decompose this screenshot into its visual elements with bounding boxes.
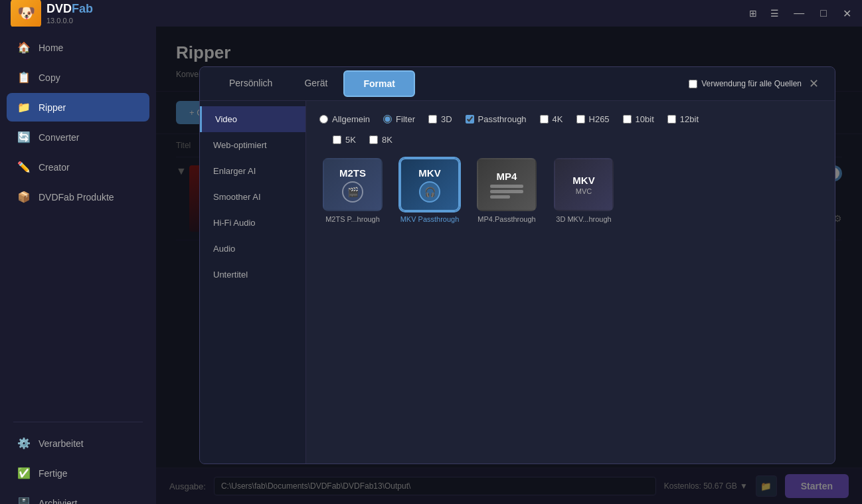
sidebar-item-fertige[interactable]: ✅ Fertige xyxy=(7,459,149,487)
checkbox-3d[interactable]: 3D xyxy=(428,114,452,124)
close-btn[interactable]: ✕ xyxy=(839,5,855,23)
checkbox-4k[interactable]: 4K xyxy=(540,114,563,124)
sidebar-item-label: Creator xyxy=(39,162,70,173)
format-card-icon-m2ts: M2TS 🎬 xyxy=(323,158,383,211)
format-cards: M2TS 🎬 M2TS P...hrough MKV 🎧 xyxy=(319,158,821,223)
sub-menu-web-optimiert[interactable]: Web-optimiert xyxy=(200,132,305,158)
format-card-label-m2ts: M2TS P...hrough xyxy=(325,215,380,223)
logo-text: DVDFab 13.0.0.0 xyxy=(46,2,93,25)
tab-device[interactable]: Gerät xyxy=(288,67,343,101)
tab-format[interactable]: Format xyxy=(343,70,414,97)
maximize-btn[interactable]: □ xyxy=(816,5,831,22)
sidebar-item-label: Converter xyxy=(39,132,79,143)
format-card-mp4[interactable]: MP4 MP4.Passthrough xyxy=(474,158,540,223)
sidebar-item-label: Home xyxy=(39,42,63,53)
sidebar-item-creator[interactable]: ✏️ Creator xyxy=(7,153,149,181)
sidebar-item-converter[interactable]: 🔄 Converter xyxy=(7,123,149,151)
sub-menu-smoother-ai[interactable]: Smoother AI xyxy=(200,184,305,210)
sub-menu-hifi-audio[interactable]: Hi-Fi Audio xyxy=(200,210,305,236)
creator-icon: ✏️ xyxy=(17,161,31,173)
sidebar-item-label: DVDFab Produkte xyxy=(39,192,114,203)
checkbox-h265[interactable]: H265 xyxy=(576,114,610,124)
film-icon: 🎬 xyxy=(347,187,359,197)
format-card-m2ts[interactable]: M2TS 🎬 M2TS P...hrough xyxy=(319,158,386,223)
fertige-icon: ✅ xyxy=(17,467,31,479)
sidebar-item-label: Fertige xyxy=(39,468,68,479)
format-card-label-mkv-mvc: 3D MKV...hrough xyxy=(556,215,611,223)
sidebar-item-copy[interactable]: 📋 Copy xyxy=(7,63,149,92)
format-card-mkv-mvc[interactable]: MKV MVC 3D MKV...hrough xyxy=(551,158,617,223)
sidebar-bottom-nav: ⚙️ Verarbeitet ✅ Fertige 🗄️ Archiviert xyxy=(0,429,156,504)
app-name: DVDFab xyxy=(46,2,93,17)
mkv-icon: 🎧 xyxy=(424,187,436,197)
settings-icon[interactable]: ⊞ xyxy=(746,5,760,21)
converter-icon: 🔄 xyxy=(17,131,31,143)
menu-icon[interactable]: ☰ xyxy=(768,5,782,21)
sidebar-divider xyxy=(13,422,143,422)
home-icon: 🏠 xyxy=(17,41,31,54)
sidebar-item-ripper[interactable]: 📁 Ripper xyxy=(7,93,149,122)
minimize-btn[interactable]: — xyxy=(790,5,808,22)
ripper-icon: 📁 xyxy=(17,101,31,114)
tab-personal[interactable]: Persönlich xyxy=(213,67,288,101)
format-card-label-mp4: MP4.Passthrough xyxy=(477,215,535,223)
dvdfab-icon: 📦 xyxy=(17,191,31,203)
titlebar: 🐶 DVDFab 13.0.0.0 ⊞ ☰ — □ ✕ xyxy=(0,0,862,27)
archiviert-icon: 🗄️ xyxy=(17,497,31,504)
sub-menu-untertitel[interactable]: Untertitel xyxy=(200,262,305,288)
sidebar-item-archiviert[interactable]: 🗄️ Archiviert xyxy=(7,489,149,504)
sub-menu-video[interactable]: Video xyxy=(200,106,305,132)
copy-icon: 📋 xyxy=(17,71,31,84)
sub-menu: Video Web-optimiert Enlarger AI Smoother… xyxy=(200,101,306,463)
sidebar: 🏠 Home 📋 Copy 📁 Ripper 🔄 Converter ✏️ Cr… xyxy=(0,27,156,504)
sidebar-item-label: Verarbeitet xyxy=(39,438,84,449)
app-version: 13.0.0.0 xyxy=(46,17,93,25)
sidebar-item-label: Ripper xyxy=(39,102,66,113)
checkbox-8k[interactable]: 8K xyxy=(369,135,392,145)
dialog-content: Allgemein Filter 3D Passthrough 4K xyxy=(306,101,835,463)
checkbox-12bit[interactable]: 12bit xyxy=(667,114,699,124)
sidebar-item-label: Copy xyxy=(39,72,60,83)
dialog-body: Video Web-optimiert Enlarger AI Smoother… xyxy=(200,101,835,463)
sidebar-nav: 🏠 Home 📋 Copy 📁 Ripper 🔄 Converter ✏️ Cr… xyxy=(0,33,156,415)
checkbox-passthrough[interactable]: Passthrough xyxy=(466,114,527,124)
format-card-icon-mkv: MKV 🎧 xyxy=(400,158,460,211)
sub-menu-audio[interactable]: Audio xyxy=(200,236,305,262)
sidebar-item-label: Archiviert xyxy=(39,498,77,505)
verarbeitet-icon: ⚙️ xyxy=(17,437,31,450)
format-card-mkv[interactable]: MKV 🎧 MKV Passthrough xyxy=(396,158,463,223)
sidebar-item-verarbeitet[interactable]: ⚙️ Verarbeitet xyxy=(7,429,149,458)
titlebar-controls: ⊞ ☰ — □ ✕ xyxy=(746,5,855,23)
radio-allgemein[interactable]: Allgemein xyxy=(319,114,370,124)
radio-filter[interactable]: Filter xyxy=(383,114,415,124)
format-card-icon-mp4: MP4 xyxy=(477,158,537,211)
filter-row-1: Allgemein Filter 3D Passthrough 4K xyxy=(319,114,821,124)
filter-row-2: 5K 8K xyxy=(319,135,821,145)
sidebar-item-home[interactable]: 🏠 Home xyxy=(7,33,149,62)
format-card-label-mkv: MKV Passthrough xyxy=(400,215,460,223)
use-all-sources-checkbox[interactable] xyxy=(689,80,697,88)
logo-icon: 🐶 xyxy=(11,0,41,29)
sidebar-item-dvdfab-products[interactable]: 📦 DVDFab Produkte xyxy=(7,183,149,211)
format-card-icon-mkv-mvc: MKV MVC xyxy=(554,158,614,211)
use-all-sources-label: Verwendung für alle Quellen xyxy=(701,79,802,88)
dialog-close-button[interactable]: ✕ xyxy=(804,74,824,94)
checkbox-10bit[interactable]: 10bit xyxy=(623,114,654,124)
checkbox-5k[interactable]: 5K xyxy=(333,135,356,145)
format-dialog: Persönlich Gerät Format Verwendung für a… xyxy=(199,66,835,464)
sub-menu-enlarger-ai[interactable]: Enlarger AI xyxy=(200,158,305,184)
